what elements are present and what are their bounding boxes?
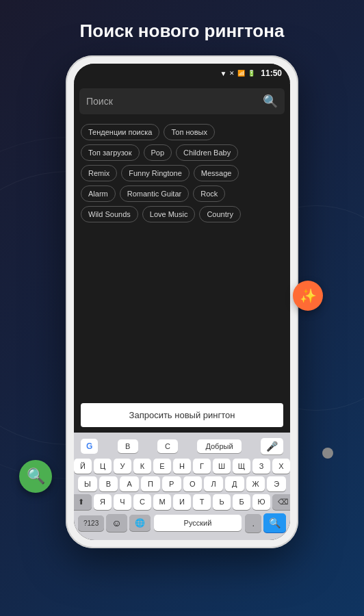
status-time: 11:50: [261, 68, 282, 78]
page-title: Поиск нового рингтона: [80, 21, 285, 42]
key-к[interactable]: К: [133, 459, 151, 474]
search-bar-container: Поиск 🔍: [79, 88, 285, 114]
tags-row-5: Wild Sounds Love Music Country: [81, 206, 283, 222]
side-decoration: [322, 448, 333, 459]
request-ringtone-button[interactable]: Запросить новый рингтон: [81, 403, 283, 427]
key-й[interactable]: Й: [74, 459, 92, 474]
phone-screen: ▼ ✕ 📶 🔋 11:50 Поиск 🔍 Тенденции поиска Т…: [74, 64, 290, 540]
key-х[interactable]: Х: [272, 459, 290, 474]
key-щ[interactable]: Щ: [233, 459, 250, 474]
tags-row-1: Тенденции поиска Топ новых: [81, 124, 283, 140]
key-п[interactable]: П: [141, 476, 160, 491]
period-key[interactable]: .: [245, 514, 261, 532]
key-т[interactable]: Т: [193, 494, 211, 510]
keyboard-row-3: ⬆ Я Ч С М И Т Ь Б Ю ⌫: [75, 493, 289, 511]
key-д[interactable]: Д: [225, 476, 244, 491]
key-з[interactable]: З: [252, 459, 270, 474]
phone-frame: ▼ ✕ 📶 🔋 11:50 Поиск 🔍 Тенденции поиска Т…: [66, 55, 298, 548]
key-а[interactable]: А: [120, 476, 139, 491]
key-ш[interactable]: Ш: [213, 459, 231, 474]
keyboard-row-1: Й Ц У К Е Н Г Ш Щ З Х: [75, 457, 289, 475]
battery-icon: 🔋: [248, 70, 255, 77]
key-э[interactable]: Э: [267, 476, 286, 491]
key-ю[interactable]: Ю: [252, 494, 270, 510]
key-ы[interactable]: Ы: [78, 476, 97, 491]
key-и[interactable]: И: [173, 494, 191, 510]
wifi-icon: ▼: [220, 70, 226, 77]
tag-top-new[interactable]: Топ новых: [164, 124, 214, 140]
tag-funny-ringtone[interactable]: Funny Ringtone: [121, 165, 190, 181]
tags-area: Тенденции поиска Топ новых Топ загрузок …: [74, 120, 290, 398]
tag-love-music[interactable]: Love Music: [142, 206, 196, 222]
tag-top-downloads[interactable]: Топ загрузок: [81, 144, 140, 161]
tag-message[interactable]: Message: [194, 165, 239, 181]
key-е[interactable]: Е: [153, 459, 171, 474]
tag-alarm[interactable]: Alarm: [81, 185, 116, 202]
keyboard-row-2: Ы В А П Р О Л Д Ж Э: [75, 475, 289, 493]
tags-row-3: Remix Funny Ringtone Message: [81, 165, 283, 181]
fab-fireworks-button[interactable]: ✨: [293, 281, 323, 311]
tag-country[interactable]: Country: [199, 206, 241, 222]
space-key[interactable]: Русский: [154, 515, 242, 531]
emoji-key[interactable]: ☺: [106, 514, 127, 532]
key-с[interactable]: С: [133, 494, 151, 510]
suggestion-dobry[interactable]: Добрый: [197, 439, 241, 453]
tags-row-2: Топ загрузок Pop Children Baby: [81, 144, 283, 161]
shift-key[interactable]: ⬆: [74, 494, 92, 510]
google-key[interactable]: G: [81, 439, 98, 454]
suggestion-c[interactable]: С: [157, 439, 178, 453]
request-btn-container: Запросить новый рингтон: [74, 398, 290, 433]
signal-icon: ✕: [229, 70, 235, 77]
backspace-key[interactable]: ⌫: [272, 494, 290, 510]
tag-remix[interactable]: Remix: [81, 165, 117, 181]
key-ч[interactable]: Ч: [114, 494, 131, 510]
tag-rock[interactable]: Rock: [193, 185, 225, 202]
key-м[interactable]: М: [153, 494, 171, 510]
search-fab-button[interactable]: 🔍: [19, 460, 52, 493]
key-о[interactable]: О: [183, 476, 203, 491]
key-б[interactable]: Б: [233, 494, 250, 510]
suggestion-b[interactable]: В: [118, 439, 138, 453]
status-icons: ▼ ✕ 📶 🔋: [220, 70, 255, 77]
key-г[interactable]: Г: [193, 459, 211, 474]
search-input[interactable]: Поиск: [86, 96, 257, 107]
tag-wild-sounds[interactable]: Wild Sounds: [81, 206, 138, 222]
key-у[interactable]: У: [114, 459, 131, 474]
num-key[interactable]: ?123: [78, 515, 104, 531]
key-р[interactable]: Р: [162, 476, 181, 491]
tag-pop[interactable]: Pop: [144, 144, 172, 161]
key-н[interactable]: Н: [173, 459, 191, 474]
keyboard-search-button[interactable]: 🔍: [263, 513, 286, 532]
tag-tendencies[interactable]: Тенденции поиска: [81, 124, 159, 140]
signal-bars-icon: 📶: [237, 70, 245, 77]
key-л[interactable]: Л: [204, 476, 223, 491]
tag-romantic-guitar[interactable]: Romantic Guitar: [120, 185, 189, 202]
tags-row-4: Alarm Romantic Guitar Rock: [81, 185, 283, 202]
key-ц[interactable]: Ц: [94, 459, 112, 474]
keyboard-bottom-row: ?123 ☺ 🌐 Русский . 🔍: [75, 511, 289, 535]
keyboard-suggestion-row: G В С Добрый 🎤: [75, 435, 289, 457]
mic-button[interactable]: 🎤: [261, 438, 283, 454]
lang-key[interactable]: 🌐: [129, 515, 151, 531]
key-я[interactable]: Я: [94, 494, 112, 510]
search-fab-icon: 🔍: [27, 467, 45, 485]
tag-children-baby[interactable]: Children Baby: [176, 144, 238, 161]
fireworks-icon: ✨: [300, 287, 317, 304]
keyboard: G В С Добрый 🎤 Й Ц У К Е Н Г Ш Щ З Х: [74, 433, 290, 540]
key-в[interactable]: В: [99, 476, 118, 491]
key-ь[interactable]: Ь: [213, 494, 231, 510]
key-ж[interactable]: Ж: [246, 476, 265, 491]
status-bar: ▼ ✕ 📶 🔋 11:50: [74, 64, 290, 83]
google-icon: G: [86, 441, 92, 451]
search-icon[interactable]: 🔍: [263, 94, 278, 109]
